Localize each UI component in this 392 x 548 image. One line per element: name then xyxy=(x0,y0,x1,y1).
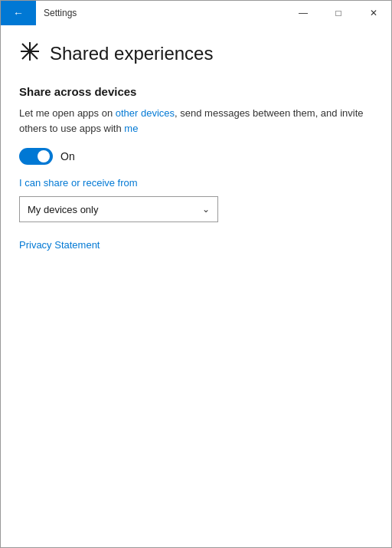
minimize-button[interactable]: — xyxy=(286,1,321,25)
me-link[interactable]: me xyxy=(124,123,138,134)
share-from-label: I can share or receive from xyxy=(19,177,373,189)
content-area: Shared experiences Share across devices … xyxy=(1,25,391,547)
toggle-thumb xyxy=(38,150,50,162)
dropdown-selected-value: My devices only xyxy=(28,204,98,215)
window-title: Settings xyxy=(36,8,286,18)
shared-experiences-icon xyxy=(19,41,41,67)
maximize-button[interactable]: □ xyxy=(321,1,356,25)
back-button[interactable]: ← xyxy=(1,1,36,25)
page-header: Shared experiences xyxy=(19,41,373,67)
toggle-status-label: On xyxy=(60,150,75,162)
back-arrow-icon: ← xyxy=(13,8,24,18)
other-devices-link[interactable]: other devices xyxy=(116,107,175,119)
close-button[interactable]: ✕ xyxy=(356,1,391,25)
dropdown-wrapper: My devices only ⌄ xyxy=(19,196,373,222)
section-title: Share across devices xyxy=(19,85,373,98)
devices-dropdown[interactable]: My devices only ⌄ xyxy=(19,196,218,222)
title-bar: ← Settings — □ ✕ xyxy=(1,1,391,25)
page-title: Shared experiences xyxy=(50,43,213,64)
privacy-statement-link[interactable]: Privacy Statement xyxy=(19,239,100,251)
chevron-down-icon: ⌄ xyxy=(202,204,210,215)
window-controls: — □ ✕ xyxy=(286,1,391,25)
toggle-row: On xyxy=(19,148,373,165)
share-toggle[interactable] xyxy=(19,148,53,165)
settings-window: ← Settings — □ ✕ Shared experiences S xyxy=(0,0,392,548)
description-text: Let me open apps on other devices, send … xyxy=(19,106,373,136)
description-part1: Let me open apps on xyxy=(19,107,116,119)
toggle-track xyxy=(19,148,53,165)
